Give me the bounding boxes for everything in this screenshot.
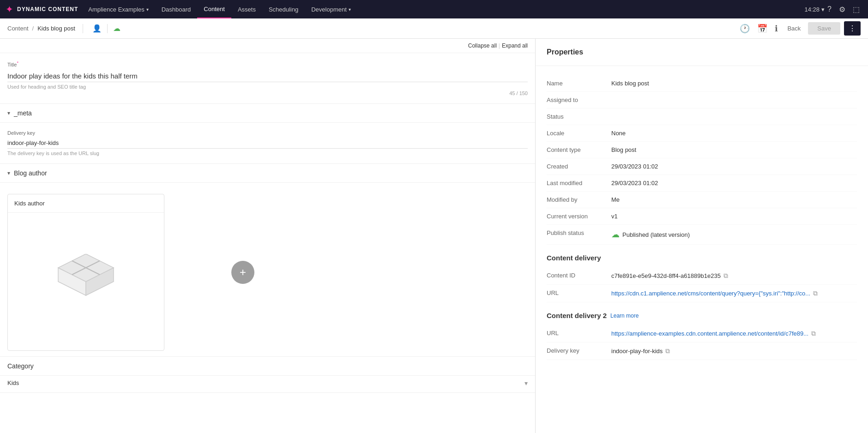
properties-body: Name Kids blog post Assigned to Status L… (536, 66, 868, 369)
prop-label-last-modified: Last modified (547, 180, 611, 186)
main-layout: Collapse all | Expand all Title* Used fo… (0, 39, 868, 433)
prop-value-publish-status: ☁ Published (latest version) (611, 229, 857, 240)
delivery-key-hint: The delivery key is used as the URL slug (7, 150, 528, 156)
url-link[interactable]: https://cdn.c1.amplience.net/cms/content… (611, 290, 810, 297)
prop-status: Status (547, 108, 857, 125)
prop-label-current-version: Current version (547, 213, 611, 220)
blog-author-section: Kids author (0, 183, 535, 356)
delivery-key-label: Delivery key (7, 130, 528, 136)
prop-label-name: Name (547, 80, 611, 87)
person-icon[interactable]: 👤 (90, 22, 103, 35)
help-button[interactable]: ? (825, 3, 834, 15)
prop-content-id: Content ID c7fe891e-e5e9-432d-8ff4-a6188… (547, 267, 857, 285)
save-button[interactable]: Save (808, 22, 840, 35)
nav-icons: ? ⚙ ⬚ (825, 3, 862, 16)
prop-value-content-type: Blog post (611, 146, 857, 153)
nav-development[interactable]: Development ▾ (305, 0, 357, 18)
prop-label-delivery-key2: Delivery key (547, 347, 611, 354)
top-navigation: ✦ DYNAMIC CONTENT Amplience Examples ▾ D… (0, 0, 868, 18)
nav-content[interactable]: Content (197, 0, 231, 18)
url2-link[interactable]: https://amplience-examples.cdn.content.a… (611, 330, 808, 337)
collapse-all-link[interactable]: Collapse all (468, 42, 497, 49)
prop-value-url: https://cdn.c1.amplience.net/cms/content… (611, 289, 818, 297)
info-icon[interactable]: ℹ (773, 22, 780, 36)
category-section-header[interactable]: Category (0, 356, 535, 376)
prop-content-type: Content type Blog post (547, 142, 857, 158)
cloud-upload-icon[interactable]: ☁ (111, 22, 122, 35)
title-hint: Used for heading and SEO title tag (7, 84, 528, 90)
copy-content-id-button[interactable]: ⧉ (723, 272, 728, 280)
copy-url-button[interactable]: ⧉ (813, 289, 818, 297)
chevron-down-icon: ▾ (524, 379, 528, 387)
nav-time: 14:28 ▾ (805, 6, 825, 13)
prop-locale: Locale None (547, 125, 857, 142)
nav-assets[interactable]: Assets (231, 0, 262, 18)
prop-value-name: Kids blog post (611, 80, 857, 87)
learn-more-link[interactable]: Learn more (610, 313, 639, 319)
history-icon[interactable]: 🕐 (738, 22, 752, 36)
prop-label-locale: Locale (547, 130, 611, 137)
breadcrumb-icons: 👤 ☁ (90, 22, 122, 35)
title-input[interactable] (7, 70, 528, 82)
chevron-down-icon: ▾ (146, 7, 149, 12)
breadcrumb-actions: 🕐 📅 ℹ Back Save ⋮ (738, 21, 861, 36)
chevron-down-icon: ▾ (7, 170, 10, 176)
meta-section-title: _meta (14, 109, 32, 117)
author-cards: Kids author (7, 194, 528, 351)
breadcrumb-bar: Content / Kids blog post 👤 ☁ 🕐 📅 ℹ Back … (0, 18, 868, 39)
exit-button[interactable]: ⬚ (850, 3, 862, 16)
copy-delivery-key2-button[interactable]: ⧉ (665, 347, 670, 355)
content-delivery2-header: Content delivery 2 Learn more (547, 302, 857, 325)
right-panel: Properties Name Kids blog post Assigned … (536, 39, 868, 433)
add-card: + (164, 194, 321, 351)
category-row: Kids ▾ (0, 376, 535, 393)
meta-section-header[interactable]: ▾ _meta (0, 104, 535, 123)
nav-amplience-examples[interactable]: Amplience Examples ▾ (82, 0, 155, 18)
prop-label-status: Status (547, 113, 611, 120)
prop-delivery-key2: Delivery key indoor-play-for-kids ⧉ (547, 343, 857, 360)
content-delivery-header: Content delivery (547, 245, 857, 267)
prop-modified-by: Modified by Me (547, 192, 857, 208)
nav-scheduling[interactable]: Scheduling (262, 0, 305, 18)
blog-author-label: Blog author (14, 169, 47, 177)
prop-created: Created 29/03/2023 01:02 (547, 158, 857, 175)
delivery-key-section: Delivery key The delivery key is used as… (0, 123, 535, 164)
category-value: Kids (7, 379, 19, 386)
prop-label-assigned: Assigned to (547, 96, 611, 103)
prop-label-content-id: Content ID (547, 272, 611, 279)
copy-url2-button[interactable]: ⧉ (811, 330, 816, 337)
chevron-down-icon: ▾ (349, 7, 351, 12)
prop-assigned-to: Assigned to (547, 92, 857, 108)
title-section: Title* Used for heading and SEO title ta… (0, 53, 535, 104)
box-icon-area (35, 240, 137, 323)
divider (107, 24, 108, 33)
prop-label-url2: URL (547, 330, 611, 337)
prop-label-created: Created (547, 163, 611, 170)
back-button[interactable]: Back (784, 23, 804, 34)
prop-url2: URL https://amplience-examples.cdn.conte… (547, 325, 857, 343)
breadcrumb-separator: / (32, 25, 34, 32)
collapse-expand-bar: Collapse all | Expand all (0, 39, 535, 53)
delivery-key-input[interactable] (7, 138, 528, 149)
prop-publish-status: Publish status ☁ Published (latest versi… (547, 225, 857, 245)
blog-author-section-header[interactable]: ▾ Blog author (0, 164, 535, 183)
divider (83, 24, 83, 33)
settings-button[interactable]: ⚙ (836, 3, 848, 16)
prop-value-created: 29/03/2023 01:02 (611, 163, 857, 170)
box-icon (49, 254, 123, 309)
title-label: Title* (7, 60, 528, 67)
left-panel: Collapse all | Expand all Title* Used fo… (0, 39, 536, 433)
prop-url: URL https://cdn.c1.amplience.net/cms/con… (547, 285, 857, 302)
prop-name: Name Kids blog post (547, 75, 857, 92)
prop-value-last-modified: 29/03/2023 01:02 (611, 180, 857, 186)
add-author-button[interactable]: + (231, 261, 254, 284)
more-button[interactable]: ⋮ (844, 21, 861, 36)
author-card-body (8, 213, 164, 350)
expand-all-link[interactable]: Expand all (502, 42, 528, 49)
nav-dashboard[interactable]: Dashboard (155, 0, 198, 18)
author-card[interactable]: Kids author (7, 194, 164, 351)
calendar-icon[interactable]: 📅 (755, 22, 769, 36)
breadcrumb-content[interactable]: Content (7, 25, 29, 32)
prop-value-url2: https://amplience-examples.cdn.content.a… (611, 330, 816, 337)
prop-value-content-id: c7fe891e-e5e9-432d-8ff4-a61889b1e235 ⧉ (611, 272, 728, 280)
